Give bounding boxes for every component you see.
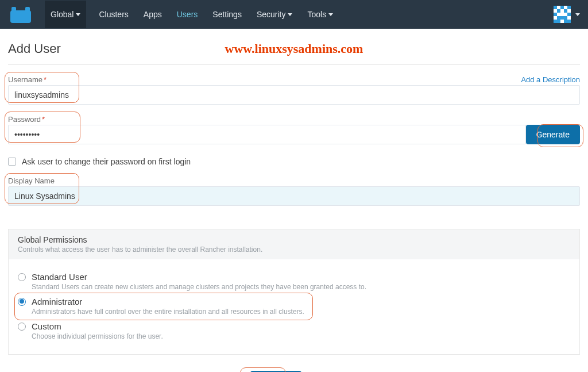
change-password-checkbox[interactable]: [8, 158, 16, 166]
chevron-down-icon: [328, 13, 333, 16]
nav-items: Global Clusters Apps Users Settings Secu…: [45, 1, 335, 28]
radio-custom[interactable]: Custom: [18, 321, 570, 331]
nav-global-label: Global: [51, 10, 74, 19]
chevron-down-icon: [575, 13, 580, 16]
nav-users[interactable]: Users: [175, 1, 200, 28]
field-display-name: Display Name: [8, 177, 580, 206]
change-password-label: Ask user to change their password on fir…: [22, 157, 191, 166]
permissions-body: Standard User Standard Users can create …: [9, 259, 579, 354]
radio-icon[interactable]: [18, 273, 26, 281]
field-username: Username* Add a Description: [8, 75, 580, 105]
top-nav-right: [554, 6, 580, 23]
permissions-subtitle: Controls what access the user has to adm…: [18, 246, 570, 254]
add-description-link[interactable]: Add a Description: [521, 75, 580, 84]
permissions-title: Global Permissions: [18, 235, 570, 244]
watermark: www.linuxsysadmins.com: [225, 41, 363, 56]
radio-custom-desc: Choose individual permissions for the us…: [32, 332, 570, 340]
page-body: Add User www.linuxsysadmins.com Username…: [0, 29, 588, 372]
nav-apps[interactable]: Apps: [141, 1, 164, 28]
avatar[interactable]: [554, 6, 571, 23]
password-input[interactable]: [8, 125, 526, 144]
generate-button[interactable]: Generate: [526, 125, 580, 144]
radio-admin-desc: Administrators have full control over th…: [32, 308, 570, 316]
global-permissions: Global Permissions Controls what access …: [8, 229, 580, 355]
radio-standard-desc: Standard Users can create new clusters a…: [32, 283, 570, 291]
display-name-input[interactable]: [8, 186, 580, 206]
rancher-logo[interactable]: [8, 6, 34, 23]
top-nav: Global Clusters Apps Users Settings Secu…: [0, 0, 588, 29]
radio-icon[interactable]: [18, 298, 26, 306]
display-name-label: Display Name: [8, 177, 55, 185]
nav-settings[interactable]: Settings: [210, 1, 244, 28]
password-label: Password*: [8, 115, 45, 124]
top-nav-left: Global Clusters Apps Users Settings Secu…: [8, 1, 335, 28]
radio-administrator[interactable]: Administrator: [18, 297, 570, 306]
nav-security[interactable]: Security: [254, 1, 295, 28]
page-title-row: Add User www.linuxsysadmins.com: [8, 36, 580, 65]
field-password: Password* Generate: [8, 115, 580, 144]
nav-global[interactable]: Global: [45, 1, 86, 28]
radio-icon[interactable]: [18, 323, 26, 331]
nav-tools[interactable]: Tools: [305, 1, 335, 28]
radio-standard-user[interactable]: Standard User: [18, 272, 570, 282]
username-label: Username*: [8, 75, 47, 84]
nav-clusters[interactable]: Clusters: [96, 1, 130, 28]
page-title: Add User: [8, 41, 61, 56]
chevron-down-icon: [288, 13, 292, 16]
permissions-header: Global Permissions Controls what access …: [9, 229, 579, 259]
username-input[interactable]: [8, 85, 580, 105]
chevron-down-icon: [76, 13, 80, 16]
change-password-row[interactable]: Ask user to change their password on fir…: [8, 157, 580, 166]
